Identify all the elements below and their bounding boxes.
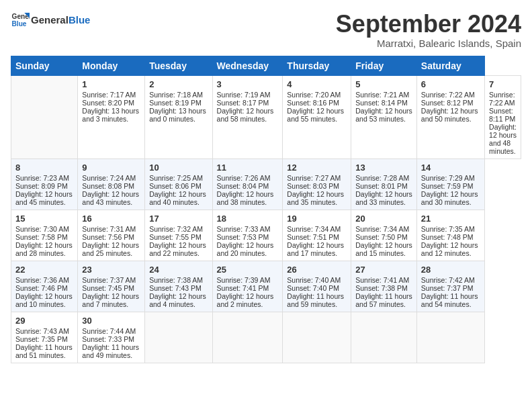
daylight-text: Daylight: 11 hours and 51 minutes. — [15, 343, 73, 359]
calendar-cell: 16Sunrise: 7:31 AMSunset: 7:56 PMDayligh… — [78, 210, 145, 261]
sunset-text: Sunset: 7:48 PM — [421, 233, 480, 241]
day-number: 4 — [287, 79, 347, 89]
sunset-text: Sunset: 8:17 PM — [217, 99, 279, 107]
calendar-cell: 2Sunrise: 7:18 AMSunset: 8:19 PMDaylight… — [145, 75, 212, 158]
sunrise-text: Sunrise: 7:35 AM — [421, 225, 480, 233]
sunrise-text: Sunrise: 7:22 AM — [489, 91, 517, 107]
day-number: 12 — [287, 163, 347, 173]
sunrise-text: Sunrise: 7:26 AM — [217, 174, 279, 182]
daylight-text: Daylight: 12 hours and 12 minutes. — [421, 241, 480, 257]
sunrise-text: Sunrise: 7:42 AM — [421, 276, 480, 284]
calendar-table: SundayMondayTuesdayWednesdayThursdayFrid… — [11, 56, 521, 363]
sunrise-text: Sunrise: 7:19 AM — [217, 91, 279, 99]
sunrise-text: Sunrise: 7:43 AM — [15, 327, 73, 335]
weekday-header-monday: Monday — [78, 56, 145, 75]
sunrise-text: Sunrise: 7:31 AM — [82, 225, 140, 233]
daylight-text: Daylight: 12 hours and 25 minutes. — [82, 241, 140, 257]
weekday-header-friday: Friday — [351, 56, 417, 75]
calendar-cell: 11Sunrise: 7:26 AMSunset: 8:04 PMDayligh… — [212, 158, 283, 210]
sunrise-text: Sunrise: 7:40 AM — [287, 276, 347, 284]
day-number: 14 — [421, 163, 480, 173]
daylight-text: Daylight: 12 hours and 48 minutes. — [489, 123, 517, 155]
calendar-cell: 15Sunrise: 7:30 AMSunset: 7:58 PMDayligh… — [11, 210, 78, 261]
sunrise-text: Sunrise: 7:37 AM — [82, 276, 140, 284]
sunset-text: Sunset: 8:08 PM — [82, 182, 140, 190]
daylight-text: Daylight: 13 hours and 3 minutes. — [82, 107, 140, 123]
sunset-text: Sunset: 7:37 PM — [421, 284, 480, 292]
sunrise-text: Sunrise: 7:25 AM — [149, 174, 208, 182]
title-area: September 2024 Marratxi, Balearic Island… — [336, 11, 521, 49]
page-header: General Blue GeneralBlue September 2024 … — [11, 11, 521, 49]
calendar-cell: 27Sunrise: 7:41 AMSunset: 7:38 PMDayligh… — [351, 261, 417, 312]
sunset-text: Sunset: 7:40 PM — [287, 284, 347, 292]
day-number: 26 — [287, 265, 347, 275]
calendar-cell — [351, 312, 417, 363]
logo-general: General — [31, 14, 69, 26]
calendar-cell: 5Sunrise: 7:21 AMSunset: 8:14 PMDaylight… — [351, 75, 417, 158]
calendar-cell: 12Sunrise: 7:27 AMSunset: 8:03 PMDayligh… — [283, 158, 351, 210]
calendar-cell: 30Sunrise: 7:44 AMSunset: 7:33 PMDayligh… — [78, 312, 145, 363]
sunrise-text: Sunrise: 7:44 AM — [82, 327, 140, 335]
logo-blue: Blue — [69, 14, 91, 26]
sunset-text: Sunset: 8:06 PM — [149, 182, 208, 190]
calendar-cell: 25Sunrise: 7:39 AMSunset: 7:41 PMDayligh… — [212, 261, 283, 312]
daylight-text: Daylight: 12 hours and 28 minutes. — [15, 241, 73, 257]
day-number: 1 — [82, 79, 140, 89]
sunrise-text: Sunrise: 7:29 AM — [421, 174, 480, 182]
sunrise-text: Sunrise: 7:22 AM — [421, 91, 480, 99]
daylight-text: Daylight: 12 hours and 40 minutes. — [149, 190, 208, 206]
sunset-text: Sunset: 7:59 PM — [421, 182, 480, 190]
sunrise-text: Sunrise: 7:20 AM — [287, 91, 347, 99]
daylight-text: Daylight: 12 hours and 38 minutes. — [217, 190, 279, 206]
sunrise-text: Sunrise: 7:18 AM — [149, 91, 208, 99]
location-subtitle: Marratxi, Balearic Islands, Spain — [336, 38, 521, 49]
day-number: 11 — [217, 163, 279, 173]
calendar-cell — [416, 312, 484, 363]
sunset-text: Sunset: 7:51 PM — [287, 233, 347, 241]
calendar-week-row: 8Sunrise: 7:23 AMSunset: 8:09 PMDaylight… — [11, 158, 521, 210]
daylight-text: Daylight: 12 hours and 2 minutes. — [217, 292, 279, 308]
sunset-text: Sunset: 7:41 PM — [217, 284, 279, 292]
weekday-header-thursday: Thursday — [283, 56, 351, 75]
sunset-text: Sunset: 8:14 PM — [355, 99, 412, 107]
calendar-cell: 14Sunrise: 7:29 AMSunset: 7:59 PMDayligh… — [416, 158, 484, 210]
weekday-header-tuesday: Tuesday — [145, 56, 212, 75]
month-year-title: September 2024 — [336, 11, 521, 38]
sunrise-text: Sunrise: 7:23 AM — [15, 174, 73, 182]
daylight-text: Daylight: 12 hours and 4 minutes. — [149, 292, 208, 308]
daylight-text: Daylight: 12 hours and 55 minutes. — [287, 107, 347, 123]
day-number: 22 — [15, 265, 73, 275]
day-number: 15 — [15, 214, 73, 224]
calendar-cell: 10Sunrise: 7:25 AMSunset: 8:06 PMDayligh… — [145, 158, 212, 210]
daylight-text: Daylight: 12 hours and 58 minutes. — [217, 107, 279, 123]
sunset-text: Sunset: 7:58 PM — [15, 233, 73, 241]
daylight-text: Daylight: 12 hours and 30 minutes. — [421, 190, 480, 206]
day-number: 23 — [82, 265, 140, 275]
calendar-week-row: 22Sunrise: 7:36 AMSunset: 7:46 PMDayligh… — [11, 261, 521, 312]
day-number: 27 — [355, 265, 412, 275]
calendar-cell: 20Sunrise: 7:34 AMSunset: 7:50 PMDayligh… — [351, 210, 417, 261]
daylight-text: Daylight: 13 hours and 0 minutes. — [149, 107, 208, 123]
day-number: 24 — [149, 265, 208, 275]
calendar-week-row: 1Sunrise: 7:17 AMSunset: 8:20 PMDaylight… — [11, 75, 521, 158]
day-number: 29 — [15, 316, 73, 326]
weekday-header-wednesday: Wednesday — [212, 56, 283, 75]
svg-text:Blue: Blue — [12, 20, 27, 28]
sunrise-text: Sunrise: 7:33 AM — [217, 225, 279, 233]
weekday-header-saturday: Saturday — [416, 56, 484, 75]
sunset-text: Sunset: 8:01 PM — [355, 182, 412, 190]
sunrise-text: Sunrise: 7:34 AM — [355, 225, 412, 233]
calendar-cell: 26Sunrise: 7:40 AMSunset: 7:40 PMDayligh… — [283, 261, 351, 312]
calendar-cell: 18Sunrise: 7:33 AMSunset: 7:53 PMDayligh… — [212, 210, 283, 261]
weekday-header-row: SundayMondayTuesdayWednesdayThursdayFrid… — [11, 56, 521, 75]
day-number: 25 — [217, 265, 279, 275]
calendar-week-row: 15Sunrise: 7:30 AMSunset: 7:58 PMDayligh… — [11, 210, 521, 261]
day-number: 2 — [149, 79, 208, 89]
logo-icon: General Blue — [11, 11, 30, 30]
daylight-text: Daylight: 12 hours and 33 minutes. — [355, 190, 412, 206]
calendar-cell — [145, 312, 212, 363]
logo: General Blue GeneralBlue — [11, 11, 90, 30]
daylight-text: Daylight: 12 hours and 7 minutes. — [82, 292, 140, 308]
calendar-cell: 17Sunrise: 7:32 AMSunset: 7:55 PMDayligh… — [145, 210, 212, 261]
sunrise-text: Sunrise: 7:28 AM — [355, 174, 412, 182]
